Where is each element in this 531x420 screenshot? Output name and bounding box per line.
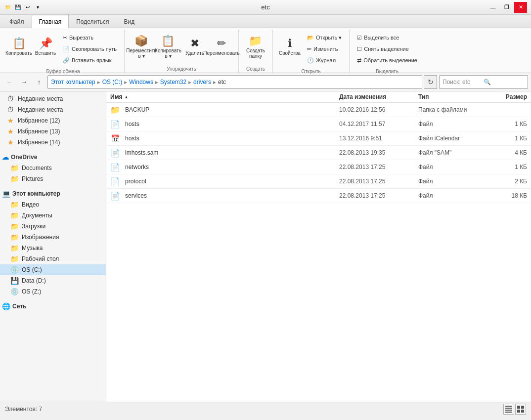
sidebar-item-favorites3[interactable]: ★ Избранное (14) bbox=[0, 137, 106, 148]
sidebar-item-osc[interactable]: 💿 OS (C:) bbox=[0, 264, 106, 275]
forward-button[interactable]: → bbox=[18, 76, 31, 88]
table-row[interactable]: 📄 hosts 04.12.2017 11:57 Файл 1 КБ bbox=[106, 117, 531, 131]
scissors-icon: ✂ bbox=[63, 35, 67, 41]
invert-selection-button[interactable]: ⇄ Обратить выделение bbox=[354, 55, 421, 66]
column-name[interactable]: Имя ▲ bbox=[110, 93, 339, 100]
breadcrumb-windows[interactable]: Windows bbox=[129, 79, 153, 85]
file-type: Файл iCalendar bbox=[418, 135, 487, 142]
sidebar-item-video[interactable]: 📁 Видео bbox=[0, 199, 106, 210]
folder-icon: 📁 bbox=[10, 222, 19, 230]
sidebar-item-desktop[interactable]: 📁 Рабочий стол bbox=[0, 253, 106, 264]
select-all-icon: ☑ bbox=[357, 35, 362, 41]
sidebar-item-label: Недавние места bbox=[18, 95, 63, 102]
file-name-cell: 📄 services bbox=[110, 191, 339, 201]
restore-button[interactable]: ❐ bbox=[500, 2, 513, 13]
deselect-button[interactable]: ☐ Снять выделение bbox=[354, 43, 421, 54]
column-date[interactable]: Дата изменения bbox=[339, 93, 418, 100]
sidebar-item-downloads[interactable]: 📁 Загрузки bbox=[0, 221, 106, 232]
file-date: 22.08.2013 17:25 bbox=[339, 164, 418, 170]
undo-icon[interactable]: ↩ bbox=[24, 3, 32, 11]
save-icon[interactable]: 💾 bbox=[14, 3, 22, 11]
breadcrumb-osc[interactable]: OS (C:) bbox=[102, 79, 123, 85]
sidebar-network-header[interactable]: 🌐 Сеть bbox=[0, 300, 106, 312]
file-name-cell: 📁 BACKUP bbox=[110, 105, 339, 115]
tab-view[interactable]: Вид bbox=[116, 15, 142, 28]
sidebar-item-label: Недавние места bbox=[18, 106, 63, 113]
app-icon: 📁 bbox=[4, 3, 12, 11]
network-icon: 🌐 bbox=[2, 302, 10, 310]
sidebar-item-documents[interactable]: 📁 Documents bbox=[0, 163, 106, 173]
sidebar-item-recent1[interactable]: ⏱ Недавние места bbox=[0, 93, 106, 104]
table-row[interactable]: 📄 services 22.08.2013 17:25 Файл 18 КБ bbox=[106, 189, 531, 203]
sidebar-item-label: Этот компьютер bbox=[12, 190, 60, 197]
sidebar-item-favorites1[interactable]: ★ Избранное (12) bbox=[0, 115, 106, 126]
address-bar[interactable]: Этот компьютер ► OS (C:) ► Windows ► Sys… bbox=[47, 75, 422, 89]
view-toggle bbox=[503, 404, 526, 415]
up-button[interactable]: ↑ bbox=[33, 76, 45, 88]
sidebar-item-label: Data (D:) bbox=[22, 277, 46, 284]
history-button[interactable]: 🕐 Журнал bbox=[304, 55, 345, 66]
history-icon: 🕐 bbox=[307, 57, 314, 64]
svg-rect-2 bbox=[505, 410, 512, 411]
table-row[interactable]: 📁 BACKUP 10.02.2016 12:56 Папка с файлам… bbox=[106, 103, 531, 117]
sidebar-item-docs[interactable]: 📁 Документы bbox=[0, 210, 106, 221]
table-row[interactable]: 📄 protocol 22.08.2013 17:25 Файл 2 КБ bbox=[106, 174, 531, 189]
folder-icon: 📁 bbox=[10, 164, 19, 172]
sidebar-item-osz[interactable]: 💿 OS (Z:) bbox=[0, 286, 106, 297]
tab-share[interactable]: Поделиться bbox=[69, 15, 116, 28]
file-size: 4 КБ bbox=[487, 149, 527, 156]
edit-button[interactable]: ✏ Изменить bbox=[304, 43, 345, 54]
delete-icon: ✖ bbox=[190, 38, 199, 49]
search-bar[interactable]: Поиск: etc 🔍 bbox=[439, 75, 528, 89]
back-button[interactable]: ← bbox=[3, 76, 16, 88]
rename-button[interactable]: ✏ Переименовать bbox=[209, 32, 234, 62]
breadcrumb: Этот компьютер ► OS (C:) ► Windows ► Sys… bbox=[51, 79, 226, 85]
sidebar-item-music[interactable]: 📁 Музыка bbox=[0, 243, 106, 253]
sidebar-item-favorites2[interactable]: ★ Избранное (13) bbox=[0, 126, 106, 137]
chevron-down-icon[interactable]: ▾ bbox=[34, 3, 42, 11]
list-view-button[interactable] bbox=[503, 404, 514, 415]
file-name-cell: 📄 hosts bbox=[110, 119, 339, 129]
paste-shortcut-button[interactable]: 🔗 Вставить ярлык bbox=[59, 55, 120, 66]
file-list-header: Имя ▲ Дата изменения Тип Размер bbox=[106, 91, 531, 103]
breadcrumb-system32[interactable]: System32 bbox=[160, 79, 186, 85]
folder-icon: 📁 bbox=[10, 211, 19, 219]
delete-button[interactable]: ✖ Удалить bbox=[182, 32, 208, 62]
ribbon-tabs: Файл Главная Поделиться Вид bbox=[0, 15, 531, 28]
close-button[interactable]: ✕ bbox=[514, 2, 527, 13]
refresh-button[interactable]: ↻ bbox=[424, 75, 437, 89]
table-row[interactable]: 📄 lmhosts.sam 22.08.2013 19:35 Файл "SAM… bbox=[106, 146, 531, 160]
sidebar-item-label: Рабочий стол bbox=[22, 255, 59, 262]
file-name: networks bbox=[125, 164, 339, 170]
sidebar-item-pictures[interactable]: 📁 Pictures bbox=[0, 173, 106, 184]
table-row[interactable]: 📄 networks 22.08.2013 17:25 Файл 1 КБ bbox=[106, 160, 531, 174]
breadcrumb-drivers[interactable]: drivers bbox=[193, 79, 211, 85]
ribbon-group-open: ℹ Свойства 📂 Открыть ▾ ✏ Изменить 🕐 Журн… bbox=[273, 30, 350, 73]
file-date: 22.08.2013 17:25 bbox=[339, 192, 418, 199]
tab-home[interactable]: Главная bbox=[32, 15, 69, 28]
new-folder-button[interactable]: 📁 Создать папку bbox=[243, 32, 268, 62]
open-button[interactable]: 📂 Открыть ▾ bbox=[304, 32, 345, 43]
ribbon-group-clipboard: 📋 Копировать 📌 Вставить ✂ Вырезать 📄 Ско… bbox=[2, 30, 125, 73]
column-type[interactable]: Тип bbox=[418, 93, 487, 100]
sidebar-item-recent2[interactable]: ⏱ Недавние места bbox=[0, 104, 106, 115]
detail-view-button[interactable] bbox=[515, 404, 526, 415]
properties-button[interactable]: ℹ Свойства bbox=[277, 32, 303, 62]
copy-to-button[interactable]: 📋 Копировать в ▾ bbox=[155, 32, 181, 62]
cut-button[interactable]: ✂ Вырезать bbox=[59, 32, 120, 43]
sidebar-item-images[interactable]: 📁 Изображения bbox=[0, 232, 106, 243]
minimize-button[interactable]: — bbox=[487, 2, 499, 13]
move-to-button[interactable]: 📦 Переместить в ▾ bbox=[129, 32, 154, 62]
paste-button[interactable]: 📌 Вставить bbox=[33, 32, 58, 62]
sidebar-thispc-header[interactable]: 💻 Этот компьютер bbox=[0, 187, 106, 199]
sidebar-item-datad[interactable]: 💾 Data (D:) bbox=[0, 275, 106, 286]
column-size[interactable]: Размер bbox=[487, 93, 527, 100]
file-icon: 📄 bbox=[110, 176, 120, 186]
copy-path-button[interactable]: 📄 Скопировать путь bbox=[59, 43, 120, 54]
tab-file[interactable]: Файл bbox=[2, 15, 32, 28]
copy-button[interactable]: 📋 Копировать bbox=[6, 32, 32, 62]
breadcrumb-thispc[interactable]: Этот компьютер bbox=[51, 79, 95, 85]
table-row[interactable]: 📅 hosts 13.12.2016 9:51 Файл iCalendar 1… bbox=[106, 131, 531, 146]
select-all-button[interactable]: ☑ Выделить все bbox=[354, 32, 421, 43]
sidebar-onedrive-header[interactable]: ☁ OneDrive bbox=[0, 151, 106, 163]
